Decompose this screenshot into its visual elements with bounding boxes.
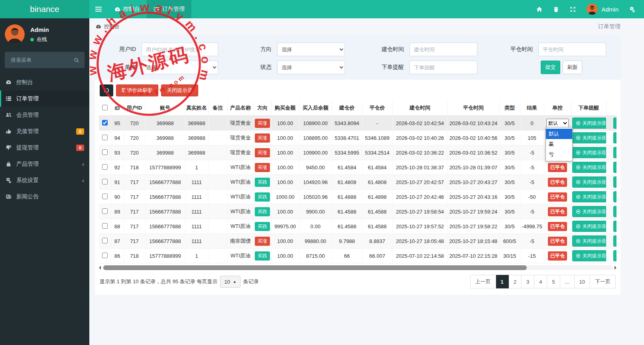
- row-checkbox[interactable]: [102, 135, 108, 140]
- page-button-上一页[interactable]: 上一页: [470, 275, 496, 288]
- row-checkbox[interactable]: [102, 208, 108, 214]
- sidebar-item-1[interactable]: 订单管理: [0, 90, 89, 107]
- app-logo[interactable]: binance: [0, 0, 89, 18]
- close-alert-sound-button[interactable]: 关闭提示音: [572, 221, 607, 232]
- close-alert-sound-button[interactable]: 关闭提示音: [572, 118, 607, 129]
- page-button-3[interactable]: 3: [522, 275, 534, 288]
- fullscreen-icon[interactable]: [570, 6, 576, 12]
- navbar-tab-0[interactable]: 控制台: [108, 0, 147, 18]
- page-button-5[interactable]: 5: [547, 275, 560, 288]
- edit-button[interactable]: [613, 191, 616, 202]
- row-checkbox[interactable]: [102, 223, 108, 229]
- order-alert-input[interactable]: [410, 61, 477, 74]
- row-checkbox[interactable]: [102, 164, 108, 170]
- sidebar-item-7[interactable]: 新闻公告: [0, 188, 89, 205]
- close-alert-sound-button[interactable]: 关闭提示音: [572, 162, 607, 173]
- row-checkbox[interactable]: [102, 253, 108, 258]
- edit-button[interactable]: [613, 221, 616, 232]
- control-filter-select[interactable]: 选择: [142, 61, 218, 74]
- menu-search-input[interactable]: [10, 57, 71, 63]
- page-button-1[interactable]: 1: [496, 275, 509, 288]
- edit-button[interactable]: [613, 206, 616, 217]
- edit-button[interactable]: [613, 118, 616, 129]
- column-header[interactable]: 类型: [499, 100, 520, 116]
- column-header[interactable]: 备注: [208, 100, 227, 116]
- sidebar-item-6[interactable]: 系统设置‹: [0, 172, 89, 188]
- row-checkbox[interactable]: [102, 149, 108, 155]
- row-checkbox[interactable]: [102, 179, 108, 184]
- breadcrumb-label[interactable]: 控制台: [104, 23, 120, 30]
- refresh-filters-button[interactable]: 刷新: [563, 61, 582, 74]
- column-header[interactable]: 操作: [606, 100, 616, 116]
- count-badge: 0: [76, 145, 84, 151]
- column-header[interactable]: 下单提醒: [571, 100, 606, 116]
- navbar-tab-1[interactable]: 订单管理: [147, 0, 191, 18]
- column-header[interactable]: 真实姓名: [185, 100, 208, 116]
- sidebar-item-3[interactable]: 充值管理0: [0, 123, 89, 139]
- edit-button[interactable]: [613, 132, 616, 143]
- trash-icon[interactable]: [553, 6, 559, 12]
- sidebar-toggle-button[interactable]: [89, 0, 108, 18]
- column-header[interactable]: 购买金额: [271, 100, 299, 116]
- column-header[interactable]: 建仓价: [332, 100, 362, 116]
- home-icon[interactable]: [536, 6, 542, 12]
- edit-button[interactable]: [613, 147, 616, 158]
- status-select[interactable]: 选择: [277, 61, 345, 74]
- column-header[interactable]: 账号: [145, 100, 185, 116]
- column-header[interactable]: 结果: [520, 100, 544, 116]
- per-page-select[interactable]: 10 ▲: [220, 276, 240, 288]
- close-time-input[interactable]: [538, 43, 606, 56]
- select-all-checkbox[interactable]: [102, 105, 108, 110]
- submit-button[interactable]: 提交: [541, 61, 560, 74]
- column-header[interactable]: 方向: [254, 100, 271, 116]
- cancel-auto-refresh-button[interactable]: 取消自动刷新: [116, 84, 158, 96]
- sidebar-item-0[interactable]: 控制台: [0, 74, 89, 90]
- dropdown-option[interactable]: 赢: [546, 139, 572, 149]
- close-alert-sound-button[interactable]: 关闭提示音: [572, 235, 607, 247]
- sidebar-item-2[interactable]: 会员管理: [0, 107, 89, 123]
- scrollbar-thumb[interactable]: [103, 265, 527, 270]
- refresh-table-button[interactable]: [100, 84, 113, 96]
- sidebar-item-4[interactable]: 提现管理0: [0, 139, 89, 156]
- page-button-10[interactable]: 10: [575, 275, 590, 288]
- user-id-search-input[interactable]: [142, 43, 218, 56]
- column-header[interactable]: 买入后余额: [299, 100, 332, 116]
- column-header[interactable]: 用户ID: [124, 100, 145, 116]
- close-alert-sound-button[interactable]: 关闭提示音: [572, 206, 607, 217]
- close-alert-sound-button[interactable]: 关闭提示音: [572, 176, 607, 188]
- navbar-user[interactable]: Admin: [587, 4, 618, 15]
- close-alert-sound-button[interactable]: 关闭提示音: [572, 250, 607, 261]
- column-header[interactable]: ID: [111, 100, 124, 116]
- scroll-right-arrow-icon[interactable]: [614, 266, 616, 270]
- sidebar-item-5[interactable]: 产品管理‹: [0, 156, 89, 172]
- page-button-...[interactable]: ...: [560, 275, 575, 288]
- open-time-input[interactable]: [410, 43, 477, 56]
- edit-button[interactable]: [613, 235, 616, 247]
- scrollbar-track[interactable]: [102, 265, 613, 270]
- row-checkbox[interactable]: [102, 194, 108, 199]
- column-header[interactable]: 平仓时间: [447, 100, 499, 116]
- scroll-left-arrow-icon[interactable]: [99, 266, 101, 270]
- close-alert-sound-button[interactable]: 关闭提示音: [572, 132, 607, 143]
- column-header[interactable]: 建仓时间: [392, 100, 447, 116]
- edit-button[interactable]: [613, 250, 616, 261]
- column-header[interactable]: 单控: [544, 100, 571, 116]
- control-select[interactable]: 默认: [546, 119, 569, 127]
- search-icon[interactable]: [74, 57, 79, 63]
- page-button-2[interactable]: 2: [509, 275, 522, 288]
- edit-button[interactable]: [613, 176, 616, 188]
- close-alert-sound-toolbar-button[interactable]: 关闭提示音: [161, 84, 198, 96]
- row-checkbox[interactable]: [102, 238, 108, 243]
- page-button-4[interactable]: 4: [534, 275, 547, 288]
- close-alert-sound-button[interactable]: 关闭提示音: [572, 191, 607, 202]
- dropdown-option[interactable]: 默认: [546, 129, 572, 139]
- direction-select[interactable]: 选择: [277, 43, 345, 56]
- close-alert-sound-button[interactable]: 关闭提示音: [572, 147, 607, 158]
- page-button-下一页[interactable]: 下一页: [590, 275, 616, 288]
- column-header[interactable]: 产品名称: [227, 100, 254, 116]
- column-header[interactable]: 平仓价: [362, 100, 392, 116]
- row-checkbox[interactable]: [102, 120, 108, 125]
- dropdown-option[interactable]: 亏: [546, 149, 572, 160]
- edit-button[interactable]: [613, 162, 616, 173]
- settings-gears-icon[interactable]: [629, 6, 635, 12]
